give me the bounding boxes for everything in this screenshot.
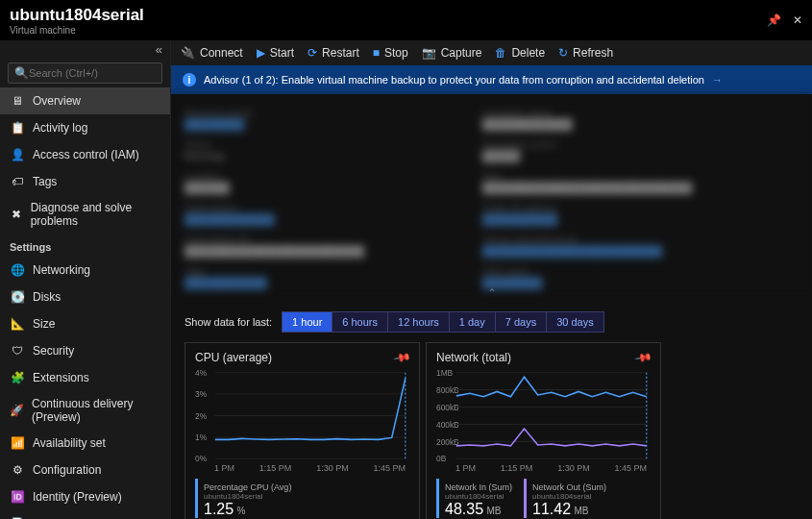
sidebar-item-extensions[interactable]: 🧩Extensions bbox=[0, 364, 170, 391]
sidebar-item-networking[interactable]: 🌐Networking bbox=[0, 257, 170, 284]
nav-label: Diagnose and solve problems bbox=[31, 201, 160, 228]
nav-icon: 📶 bbox=[10, 435, 25, 451]
sidebar-item-identity-preview-[interactable]: 🆔Identity (Preview) bbox=[0, 483, 170, 510]
sidebar-item-configuration[interactable]: ⚙Configuration bbox=[0, 457, 170, 483]
sidebar-item-diagnose-and-solve-problems[interactable]: ✖Diagnose and solve problems bbox=[0, 195, 170, 234]
x-tick: 1:30 PM bbox=[316, 463, 349, 473]
connect-icon: 🔌 bbox=[181, 46, 195, 60]
chart-title: Network (total) bbox=[436, 351, 651, 364]
x-tick: 1 PM bbox=[214, 463, 234, 473]
sidebar-item-size[interactable]: 📐Size bbox=[0, 310, 170, 337]
x-tick: 1 PM bbox=[455, 463, 476, 473]
restart-button[interactable]: ⟳Restart bbox=[308, 46, 359, 60]
advisor-banner[interactable]: i Advisor (1 of 2): Enable virtual machi… bbox=[171, 65, 812, 94]
stop-icon: ■ bbox=[373, 46, 380, 60]
x-tick: 1:45 PM bbox=[614, 463, 647, 473]
toolbar-label: Connect bbox=[200, 46, 243, 60]
toolbar-label: Start bbox=[270, 46, 294, 60]
svg-text:400kB: 400kB bbox=[436, 420, 459, 430]
sidebar-item-security[interactable]: 🛡Security bbox=[0, 337, 170, 364]
svg-text:3%: 3% bbox=[195, 389, 208, 399]
svg-text:800kB: 800kB bbox=[436, 385, 459, 395]
nav-icon: 📐 bbox=[10, 316, 25, 332]
sidebar-item-activity-log[interactable]: 📋Activity log bbox=[0, 114, 170, 141]
nav-label: Networking bbox=[33, 263, 90, 277]
page-title: ubuntu1804serial bbox=[10, 6, 144, 25]
capture-button[interactable]: 📷Capture bbox=[422, 46, 482, 60]
overview-details: Resource group████████ StatusRunning Loc… bbox=[171, 94, 812, 286]
svg-text:4%: 4% bbox=[195, 370, 208, 378]
toolbar-label: Refresh bbox=[573, 46, 613, 60]
range-label: Show data for last: bbox=[185, 316, 272, 328]
svg-text:1%: 1% bbox=[195, 432, 208, 442]
nav-icon: 🆔 bbox=[10, 489, 25, 505]
nav-icon: 🚀 bbox=[10, 403, 24, 418]
chart-card: CPU (average)📌4%3%2%1%0%1 PM1:15 PM1:30 … bbox=[185, 342, 420, 519]
collapse-sidebar-icon[interactable]: « bbox=[0, 40, 170, 59]
chart-title: CPU (average) bbox=[195, 351, 409, 364]
pin-icon[interactable]: 📌 bbox=[767, 13, 781, 27]
x-tick: 1:45 PM bbox=[373, 463, 406, 473]
nav-icon: 🌐 bbox=[10, 262, 25, 278]
toolbar-label: Stop bbox=[384, 46, 408, 60]
svg-text:0B: 0B bbox=[436, 454, 447, 461]
nav-label: Overview bbox=[33, 94, 81, 108]
sidebar-item-overview[interactable]: 🖥Overview bbox=[0, 87, 170, 114]
range-1day[interactable]: 1 day bbox=[450, 312, 496, 332]
range-6hours[interactable]: 6 hours bbox=[332, 312, 388, 332]
search-icon: 🔍 bbox=[14, 66, 29, 80]
start-button[interactable]: ▶Start bbox=[257, 46, 294, 60]
nav-icon: 👤 bbox=[10, 147, 25, 162]
restart-icon: ⟳ bbox=[308, 46, 317, 60]
x-tick: 1:15 PM bbox=[259, 463, 292, 473]
close-icon[interactable]: ✕ bbox=[793, 13, 802, 27]
x-tick: 1:30 PM bbox=[557, 463, 590, 473]
sidebar-item-access-control-iam-[interactable]: 👤Access control (IAM) bbox=[0, 141, 170, 168]
x-tick: 1:15 PM bbox=[501, 463, 533, 473]
refresh-icon: ↻ bbox=[558, 46, 568, 60]
delete-icon: 🗑 bbox=[495, 46, 506, 60]
delete-button[interactable]: 🗑Delete bbox=[495, 46, 545, 60]
info-icon: i bbox=[183, 73, 196, 86]
sidebar-item-continuous-delivery-preview-[interactable]: 🚀Continuous delivery (Preview) bbox=[0, 391, 170, 430]
nav-icon: ⚙ bbox=[10, 462, 25, 478]
nav-label: Tags bbox=[33, 175, 57, 188]
range-12hours[interactable]: 12 hours bbox=[388, 312, 450, 332]
refresh-button[interactable]: ↻Refresh bbox=[558, 46, 613, 60]
nav-icon: 🖥 bbox=[10, 93, 25, 109]
sidebar-item-availability-set[interactable]: 📶Availability set bbox=[0, 430, 170, 457]
svg-text:600kB: 600kB bbox=[436, 403, 459, 412]
svg-text:2%: 2% bbox=[195, 411, 208, 421]
range-30days[interactable]: 30 days bbox=[547, 312, 603, 332]
range-7days[interactable]: 7 days bbox=[496, 312, 547, 332]
advisor-text: Advisor (1 of 2): Enable virtual machine… bbox=[204, 74, 704, 86]
nav-icon: 📋 bbox=[10, 120, 25, 136]
toolbar-label: Delete bbox=[511, 46, 545, 60]
sidebar-item-properties[interactable]: 📄Properties bbox=[0, 510, 170, 519]
toolbar-label: Capture bbox=[441, 46, 482, 60]
connect-button[interactable]: 🔌Connect bbox=[181, 46, 243, 60]
nav-label: Access control (IAM) bbox=[33, 148, 139, 161]
nav-label: Security bbox=[33, 344, 74, 358]
range-1hour[interactable]: 1 hour bbox=[283, 312, 332, 332]
arrow-right-icon: → bbox=[712, 74, 723, 86]
capture-icon: 📷 bbox=[422, 46, 436, 60]
start-icon: ▶ bbox=[257, 46, 265, 60]
nav-label: Continuous delivery (Preview) bbox=[32, 397, 160, 424]
nav-label: Size bbox=[33, 317, 55, 331]
nav-icon: 🧩 bbox=[10, 370, 25, 385]
svg-text:200kB: 200kB bbox=[436, 437, 459, 447]
nav-label: Availability set bbox=[33, 436, 106, 450]
page-subtitle: Virtual machine bbox=[10, 25, 144, 36]
sidebar-item-disks[interactable]: 💽Disks bbox=[0, 284, 170, 310]
nav-label: Disks bbox=[33, 290, 61, 304]
toolbar-label: Restart bbox=[322, 46, 359, 60]
search-input[interactable]: 🔍 bbox=[8, 62, 162, 84]
search-field[interactable] bbox=[29, 67, 161, 79]
svg-text:0%: 0% bbox=[195, 454, 208, 461]
sidebar-item-tags[interactable]: 🏷Tags bbox=[0, 168, 170, 195]
chart-card: Network (total)📌1MB800kB600kB400kB200kB0… bbox=[426, 342, 661, 519]
nav-icon: 🏷 bbox=[10, 174, 25, 189]
svg-text:1MB: 1MB bbox=[436, 370, 454, 378]
stop-button[interactable]: ■Stop bbox=[373, 46, 408, 60]
